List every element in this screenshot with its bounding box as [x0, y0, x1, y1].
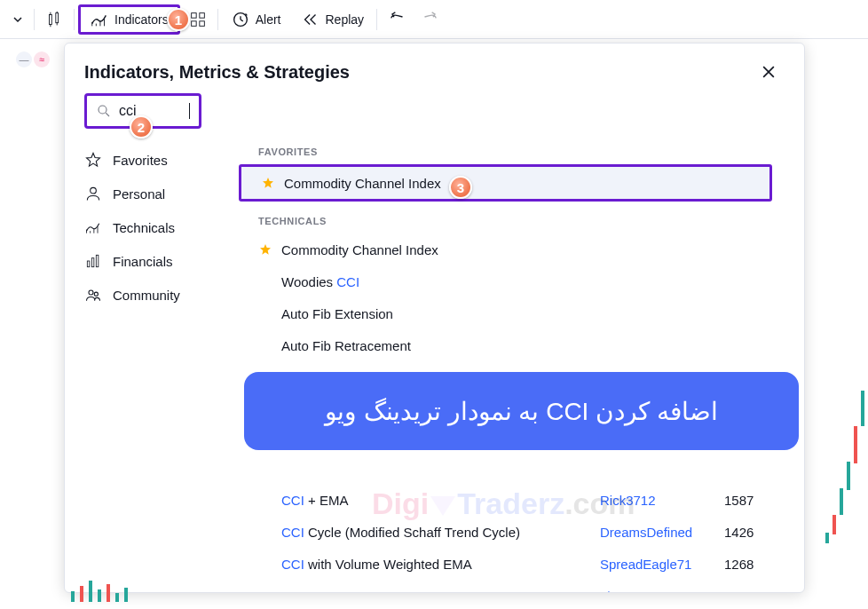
alert-icon [231, 10, 250, 29]
candles-button[interactable] [38, 4, 70, 35]
community-name: CCI + EMA [281, 493, 600, 508]
svg-rect-10 [191, 12, 196, 18]
sidebar-item-label: Technicals [113, 220, 175, 235]
section-technicals: TECHNICALS [239, 210, 804, 233]
section-favorites: FAVORITES [239, 141, 804, 164]
community-icon [84, 286, 102, 304]
search-input[interactable]: cci [119, 103, 181, 119]
community-author: SpreadEagle71 [600, 557, 724, 572]
community-name: CCI with Volume Weighted EMA [281, 557, 600, 572]
modal-title: Indicators, Metrics & Strategies [84, 62, 350, 83]
tutorial-banner: اضافه کردن CCI به نمودار تریدینگ ویو [244, 372, 799, 450]
svg-rect-1 [56, 12, 59, 22]
sidebar-item-label: Favorites [113, 153, 168, 168]
sidebar-item-personal[interactable]: Personal [84, 177, 239, 210]
result-name: Commodity Channel Index [281, 242, 438, 257]
sidebar-item-label: Financials [113, 254, 173, 269]
separator [74, 9, 75, 30]
community-row[interactable]: CCI+VIX+MACD eito8710 1236 [239, 580, 804, 592]
financials-icon [84, 252, 102, 270]
indicators-button[interactable]: Indicators [78, 4, 180, 35]
sidebar-item-label: Community [113, 288, 180, 303]
community-row[interactable]: CCI with Volume Weighted EMA SpreadEagle… [239, 548, 804, 580]
callout-2: 2 [130, 115, 153, 138]
community-likes: 1587 [724, 493, 777, 508]
symbol-badges: — ≈ [16, 51, 50, 67]
svg-point-20 [91, 187, 97, 194]
svg-rect-0 [50, 14, 52, 24]
community-author: DreamsDefined [600, 525, 724, 540]
replay-label: Replay [326, 12, 365, 27]
alert-label: Alert [256, 12, 281, 27]
svg-rect-13 [200, 20, 205, 26]
community-author: Rick3712 [600, 493, 724, 508]
star-icon [84, 151, 102, 169]
close-icon [760, 63, 777, 81]
result-row[interactable]: Commodity Channel Index [241, 167, 769, 199]
svg-point-28 [89, 290, 93, 295]
community-name: CCI+VIX+MACD [281, 589, 600, 593]
replay-button[interactable]: Replay [292, 4, 374, 35]
svg-rect-27 [96, 255, 99, 266]
top-toolbar: Indicators Alert Replay [0, 0, 868, 39]
redo-button[interactable] [414, 4, 446, 35]
svg-rect-26 [91, 258, 94, 267]
close-button[interactable] [758, 61, 779, 83]
star-filled-icon [258, 242, 272, 257]
separator [376, 9, 377, 30]
separator [34, 9, 35, 30]
results-panel: FAVORITES Commodity Channel Index TECHNI… [239, 136, 804, 592]
technicals-icon [84, 218, 102, 236]
svg-point-18 [99, 106, 107, 114]
badge-collapse[interactable]: — [16, 51, 32, 67]
separator [217, 9, 218, 30]
svg-rect-11 [200, 12, 205, 18]
svg-point-29 [94, 292, 98, 296]
indicators-icon [90, 10, 109, 29]
sidebar-item-community[interactable]: Community [84, 278, 239, 312]
modal-sidebar: Favorites Personal Technicals Financials… [65, 136, 239, 592]
result-name: Auto Fib Extension [281, 306, 393, 321]
sidebar-item-technicals[interactable]: Technicals [84, 210, 239, 244]
sidebar-item-label: Personal [113, 186, 165, 202]
result-name: Commodity Channel Index [284, 176, 441, 191]
star-filled-icon [261, 176, 275, 190]
result-name: Auto Fib Retracement [281, 338, 411, 353]
badge-approx[interactable]: ≈ [34, 51, 50, 67]
undo-button[interactable] [381, 4, 413, 35]
result-row[interactable]: Woodies CCI [239, 265, 804, 297]
result-row[interactable]: Auto Fib Extension [239, 297, 804, 329]
chart-candles [824, 373, 868, 568]
search-icon [96, 103, 112, 119]
svg-rect-12 [191, 20, 196, 26]
svg-line-19 [106, 113, 109, 116]
community-likes: 1236 [724, 589, 777, 593]
community-likes: 1268 [724, 557, 777, 572]
community-likes: 1426 [724, 525, 777, 540]
result-row[interactable]: Auto Fib Retracement [239, 329, 804, 361]
alert-button[interactable]: Alert [222, 4, 290, 35]
community-row[interactable]: CCI + EMA Rick3712 1587 [239, 484, 804, 516]
indicators-label: Indicators [114, 12, 169, 27]
replay-icon [301, 10, 320, 29]
dropdown-caret[interactable] [5, 14, 30, 25]
callout-1: 1 [167, 8, 190, 31]
sidebar-item-financials[interactable]: Financials [84, 244, 239, 278]
svg-rect-25 [87, 261, 90, 267]
chart-candles-bottom [71, 581, 128, 602]
community-row[interactable]: CCI Cycle (Modified Schaff Trend Cycle) … [239, 516, 804, 548]
result-row[interactable]: Commodity Channel Index [239, 233, 804, 265]
person-icon [84, 185, 102, 202]
result-name: Woodies CCI [281, 274, 359, 289]
svg-line-16 [241, 20, 243, 21]
community-name: CCI Cycle (Modified Schaff Trend Cycle) [281, 525, 600, 540]
callout-3: 3 [449, 176, 472, 199]
sidebar-item-favorites[interactable]: Favorites [84, 143, 239, 177]
community-author: eito8710 [600, 589, 724, 593]
indicators-modal: Indicators, Metrics & Strategies cci Fav… [64, 43, 805, 593]
